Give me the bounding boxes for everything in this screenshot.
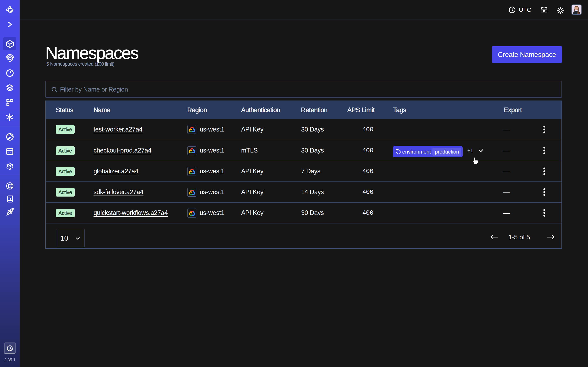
svg-text:$: $ [9,347,11,350]
